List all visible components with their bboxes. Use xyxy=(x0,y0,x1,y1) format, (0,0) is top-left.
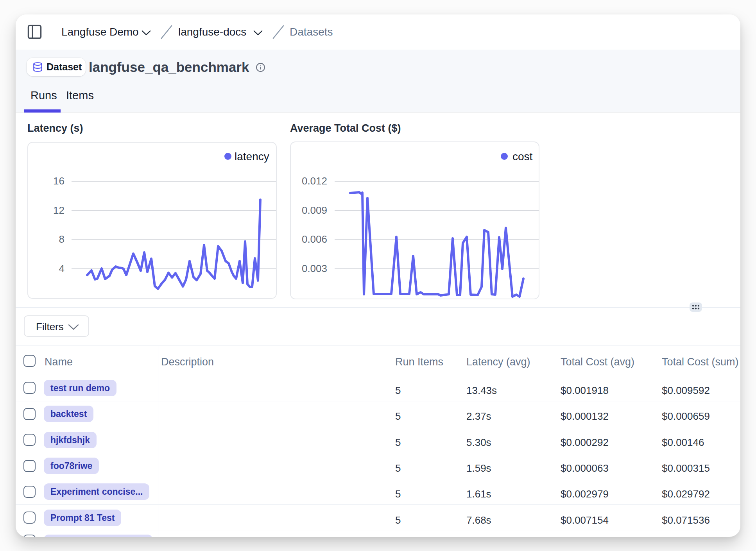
svg-text:0.003: 0.003 xyxy=(302,263,327,274)
svg-text:12: 12 xyxy=(53,204,64,216)
svg-text:0.006: 0.006 xyxy=(302,233,327,245)
svg-text:0.012: 0.012 xyxy=(302,175,327,187)
svg-text:latency: latency xyxy=(235,150,269,163)
svg-text:4: 4 xyxy=(59,263,64,274)
svg-text:8: 8 xyxy=(59,233,64,245)
svg-text:16: 16 xyxy=(53,175,64,187)
svg-text:0.009: 0.009 xyxy=(302,204,327,216)
svg-text:cost: cost xyxy=(512,150,533,163)
